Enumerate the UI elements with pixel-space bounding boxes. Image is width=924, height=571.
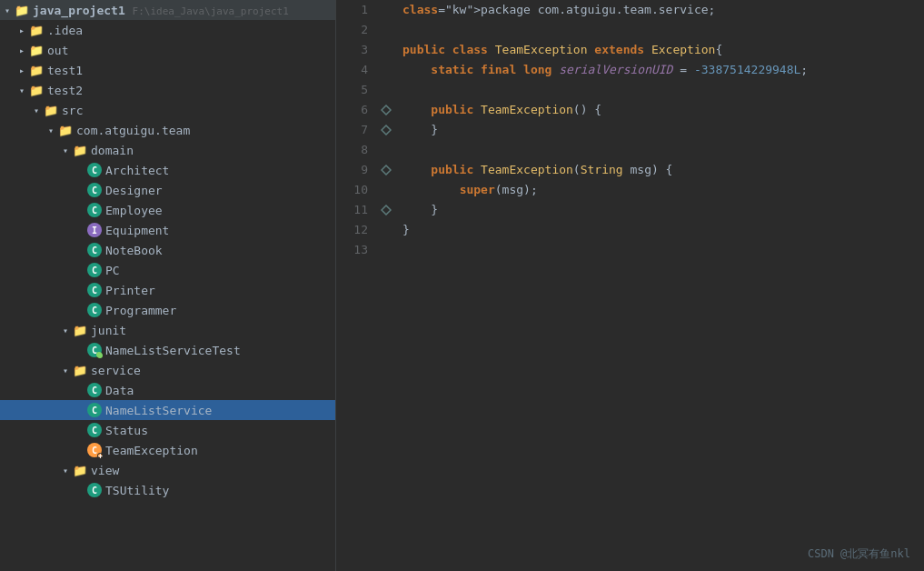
code-line: class="kw">package com.atguigu.team.serv… — [402, 0, 924, 20]
line-number: 1 — [336, 0, 368, 20]
code-line — [402, 240, 924, 260]
tree-item-label: .idea — [47, 24, 83, 37]
sidebar-item-Employee[interactable]: CEmployee — [0, 200, 335, 220]
gutter-cell — [377, 20, 395, 40]
gutter — [377, 0, 395, 571]
sidebar-item-NoteBook[interactable]: CNoteBook — [0, 240, 335, 260]
svg-marker-1 — [382, 125, 391, 135]
tree-item-label: Printer — [105, 284, 155, 297]
tree-item-label: TeamException — [105, 444, 198, 457]
tree-arrow — [58, 366, 73, 376]
tree-item-label: java_project1 F:\idea_Java\java_project1 — [33, 4, 289, 17]
svg-marker-3 — [382, 205, 391, 215]
tree-item-label: PC — [105, 264, 120, 277]
code-line: public class TeamException extends Excep… — [402, 40, 924, 60]
gutter-cell — [377, 160, 395, 180]
line-number: 6 — [336, 100, 368, 120]
sidebar-item-Architect[interactable]: CArchitect — [0, 160, 335, 180]
tree-arrow — [44, 125, 58, 135]
tree-item-label: Data — [105, 384, 134, 397]
code-line: } — [402, 200, 924, 220]
line-numbers: 12345678910111213 — [336, 0, 377, 571]
code-editor: 12345678910111213 class="kw">package com… — [336, 0, 924, 571]
sidebar-item-Equipment[interactable]: IEquipment — [0, 220, 335, 240]
line-number: 12 — [336, 220, 368, 240]
gutter-cell — [377, 100, 395, 120]
tree-item-label: NameListService — [105, 404, 212, 417]
code-line — [402, 80, 924, 100]
tree-item-label: Equipment — [105, 224, 169, 237]
sidebar-item-src[interactable]: 📁src — [0, 100, 335, 120]
code-line: static final long serialVersionUID = -33… — [402, 60, 924, 80]
tree-item-label: service — [91, 364, 141, 377]
tree-item-label: Status — [105, 424, 148, 437]
sidebar-item-Data[interactable]: CData — [0, 380, 335, 400]
sidebar-item-Printer[interactable]: CPrinter — [0, 280, 335, 300]
line-number: 3 — [336, 40, 368, 60]
sidebar-item-java_project1[interactable]: 📁java_project1 F:\idea_Java\java_project… — [0, 0, 335, 20]
sidebar-item-out[interactable]: 📁out — [0, 40, 335, 60]
tree-item-label: Architect — [105, 164, 169, 177]
sidebar-item-junit[interactable]: 📁junit — [0, 320, 335, 340]
gutter-cell — [377, 0, 395, 20]
code-line: super(msg); — [402, 180, 924, 200]
line-number: 13 — [336, 240, 368, 260]
tree-item-label: com.atguigu.team — [76, 124, 190, 137]
tree-item-label: NoteBook — [105, 244, 163, 257]
tree-arrow — [15, 25, 29, 35]
tree-arrow — [58, 466, 73, 476]
gutter-cell — [377, 120, 395, 140]
tree-arrow — [58, 145, 73, 155]
gutter-cell — [377, 60, 395, 80]
line-number: 10 — [336, 180, 368, 200]
tree-arrow — [15, 45, 29, 55]
tree-item-label: test2 — [47, 84, 83, 97]
gutter-cell — [377, 40, 395, 60]
sidebar-item-TeamException[interactable]: C+TeamException — [0, 440, 335, 460]
sidebar-item-service[interactable]: 📁service — [0, 360, 335, 380]
sidebar-item-NameListService[interactable]: CNameListService — [0, 400, 335, 420]
code-line — [402, 20, 924, 40]
sidebar-item-domain[interactable]: 📁domain — [0, 140, 335, 160]
sidebar-item-view[interactable]: 📁view — [0, 460, 335, 480]
tree-item-label: TSUtility — [105, 484, 169, 497]
tree-item-label: test1 — [47, 64, 83, 77]
line-number: 8 — [336, 140, 368, 160]
sidebar-item-idea[interactable]: 📁.idea — [0, 20, 335, 40]
tree-arrow — [0, 5, 15, 15]
line-number: 9 — [336, 160, 368, 180]
gutter-cell — [377, 200, 395, 220]
sidebar-item-com-atguigu-team[interactable]: 📁com.atguigu.team — [0, 120, 335, 140]
tree-item-label: junit — [91, 324, 126, 337]
gutter-cell — [377, 220, 395, 240]
line-number: 7 — [336, 120, 368, 140]
tree-item-label: view — [91, 464, 119, 477]
sidebar-item-Designer[interactable]: CDesigner — [0, 180, 335, 200]
gutter-cell — [377, 180, 395, 200]
tree-item-label: out — [47, 44, 68, 57]
sidebar-item-test1[interactable]: 📁test1 — [0, 60, 335, 80]
tree-item-label: Employee — [105, 204, 163, 217]
code-line — [402, 140, 924, 160]
sidebar-item-PC[interactable]: CPC — [0, 260, 335, 280]
tree-arrow — [58, 326, 73, 336]
tree-item-label: Designer — [105, 184, 163, 197]
tree-item-label: NameListServiceTest — [105, 344, 241, 357]
tree-item-label: src — [62, 104, 83, 117]
line-number: 5 — [336, 80, 368, 100]
code-line: } — [402, 120, 924, 140]
gutter-cell — [377, 80, 395, 100]
sidebar-item-test2[interactable]: 📁test2 — [0, 80, 335, 100]
gutter-cell — [377, 240, 395, 260]
line-number: 4 — [336, 60, 368, 80]
sidebar-item-TSUtility[interactable]: CTSUtility — [0, 480, 335, 500]
sidebar-item-Programmer[interactable]: CProgrammer — [0, 300, 335, 320]
tree-arrow — [15, 85, 29, 95]
sidebar-item-Status[interactable]: CStatus — [0, 420, 335, 440]
sidebar-item-NameListServiceTest[interactable]: CNameListServiceTest — [0, 340, 335, 360]
line-number: 2 — [336, 20, 368, 40]
svg-marker-0 — [382, 105, 391, 115]
watermark: CSDN @北冥有鱼nkl — [808, 546, 910, 562]
code-line: } — [402, 220, 924, 240]
tree-item-label: Programmer — [105, 304, 176, 317]
